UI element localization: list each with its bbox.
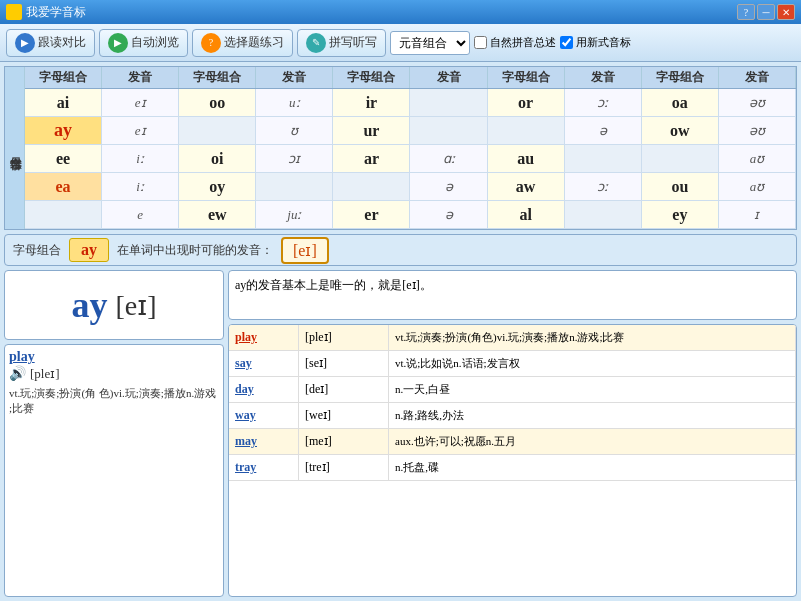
table-row: way[weɪ]n.路;路线,办法 <box>229 403 796 429</box>
app-title: 我爱学音标 <box>26 4 86 21</box>
table-cell[interactable]: er <box>333 201 410 229</box>
table-header: 字母组合 发音 字母组合 发音 字母组合 发音 字母组合 发音 字母组合 发音 <box>25 67 796 89</box>
quiz-button[interactable]: ? 选择题练习 <box>192 29 293 57</box>
checkbox2-label[interactable]: 用新式音标 <box>560 35 631 50</box>
table-cell[interactable]: e <box>102 201 179 229</box>
table-cell[interactable] <box>256 173 333 201</box>
def-cell: n.托盘,碟 <box>389 455 796 480</box>
table-cell[interactable]: or <box>488 89 565 117</box>
table-cell[interactable]: oa <box>642 89 719 117</box>
table-cell[interactable]: oo <box>179 89 256 117</box>
table-cell[interactable]: uː <box>256 89 333 117</box>
table-cell[interactable] <box>179 117 256 145</box>
table-row: day[deɪ]n.一天,白昼 <box>229 377 796 403</box>
table-row: may[meɪ]aux.也许;可以;祝愿n.五月 <box>229 429 796 455</box>
table-cell[interactable]: əʊ <box>719 89 796 117</box>
autobrowse-button[interactable]: ▶ 自动浏览 <box>99 29 188 57</box>
word-link[interactable]: play <box>9 349 219 365</box>
table-cell[interactable] <box>25 201 102 229</box>
def-cell: vt.玩;演奏;扮演(角色)vi.玩;演奏;播放n.游戏;比赛 <box>389 325 796 350</box>
table-cell[interactable]: ɑː <box>410 145 487 173</box>
table-cell[interactable]: ɪ <box>719 201 796 229</box>
minimize-button[interactable]: ─ <box>757 4 775 20</box>
table-cell[interactable]: ʊ <box>256 117 333 145</box>
right-panel: ay的发音基本上是唯一的，就是[eɪ]。 play[pleɪ]vt.玩;演奏;扮… <box>228 270 797 597</box>
description-panel: ay的发音基本上是唯一的，就是[eɪ]。 <box>228 270 797 320</box>
main-content: 元音字母组合 字母组合 发音 字母组合 发音 字母组合 发音 字母组合 发音 字… <box>0 62 801 601</box>
table-cell[interactable]: ir <box>333 89 410 117</box>
table-cell[interactable]: aʊ <box>719 173 796 201</box>
table-cell[interactable]: ɔː <box>565 89 642 117</box>
new-phonetic-checkbox[interactable] <box>560 36 573 49</box>
table-row: tray[treɪ]n.托盘,碟 <box>229 455 796 481</box>
checkbox1-label[interactable]: 自然拼音总述 <box>474 35 556 50</box>
word-phonetic-text: [pleɪ] <box>30 366 60 382</box>
description-text: ay的发音基本上是唯一的，就是[eɪ]。 <box>235 278 432 292</box>
table-cell[interactable]: ey <box>642 201 719 229</box>
word-def: vt.玩;演奏;扮演(角 色)vi.玩;演奏;播放n.游戏 ;比赛 <box>9 386 219 417</box>
word-cell[interactable]: way <box>229 403 299 428</box>
table-cell[interactable]: ɔː <box>565 173 642 201</box>
table-cell[interactable]: aʊ <box>719 145 796 173</box>
table-cell[interactable]: ar <box>333 145 410 173</box>
table-cell[interactable]: juː <box>256 201 333 229</box>
speaker-icon[interactable]: 🔊 <box>9 365 26 382</box>
table-cell[interactable]: əʊ <box>719 117 796 145</box>
phonics-table: 元音字母组合 字母组合 发音 字母组合 发音 字母组合 发音 字母组合 发音 字… <box>4 66 797 230</box>
table-cell[interactable]: oy <box>179 173 256 201</box>
phoneme-bar: 字母组合 ay 在单词中出现时可能的发音： [eɪ] <box>4 234 797 266</box>
phoneme-pronunciation[interactable]: [eɪ] <box>281 237 329 264</box>
word-info: play 🔊 [pleɪ] vt.玩;演奏;扮演(角 色)vi.玩;演奏;播放n… <box>4 344 224 597</box>
followread-label: 跟读对比 <box>38 34 86 51</box>
word-cell[interactable]: day <box>229 377 299 402</box>
word-cell[interactable]: may <box>229 429 299 454</box>
table-cell[interactable]: ur <box>333 117 410 145</box>
table-cell[interactable]: al <box>488 201 565 229</box>
word-table-body: play[pleɪ]vt.玩;演奏;扮演(角色)vi.玩;演奏;播放n.游戏;比… <box>229 325 796 481</box>
header-6: 字母组合 <box>488 67 565 88</box>
quiz-icon: ? <box>201 33 221 53</box>
table-cell[interactable]: eɪ <box>102 89 179 117</box>
followread-button[interactable]: ▶ 跟读对比 <box>6 29 95 57</box>
table-cell[interactable]: ea <box>25 173 102 201</box>
table-cell[interactable]: ə <box>410 173 487 201</box>
table-cell[interactable]: eɪ <box>102 117 179 145</box>
table-cell[interactable]: ɔɪ <box>256 145 333 173</box>
table-cell[interactable]: au <box>488 145 565 173</box>
natural-pinyin-checkbox[interactable] <box>474 36 487 49</box>
left-panel: ay [eɪ] play 🔊 [pleɪ] vt.玩;演奏;扮演(角 色)vi.… <box>4 270 224 597</box>
window-controls: ? ─ ✕ <box>737 4 795 20</box>
table-cell[interactable]: oi <box>179 145 256 173</box>
word-cell[interactable]: play <box>229 325 299 350</box>
table-cell[interactable] <box>565 201 642 229</box>
quiz-label: 选择题练习 <box>224 34 284 51</box>
phoneme-selected[interactable]: ay <box>69 238 109 262</box>
word-big: ay <box>71 284 107 326</box>
dictation-icon: ✎ <box>306 33 326 53</box>
phoneme-bar-label1: 字母组合 <box>13 242 61 259</box>
table-cell[interactable]: ay <box>25 117 102 145</box>
close-button[interactable]: ✕ <box>777 4 795 20</box>
table-cell[interactable]: aw <box>488 173 565 201</box>
table-cell[interactable]: ə <box>410 201 487 229</box>
table-cell[interactable] <box>488 117 565 145</box>
table-cell[interactable]: ai <box>25 89 102 117</box>
table-cell[interactable]: iː <box>102 173 179 201</box>
table-cell[interactable]: ew <box>179 201 256 229</box>
table-cell[interactable]: ow <box>642 117 719 145</box>
table-cell[interactable]: iː <box>102 145 179 173</box>
help-button[interactable]: ? <box>737 4 755 20</box>
table-cell[interactable] <box>410 117 487 145</box>
table-cell[interactable] <box>565 145 642 173</box>
table-cell[interactable] <box>333 173 410 201</box>
dictation-button[interactable]: ✎ 拼写听写 <box>297 29 386 57</box>
mode-select[interactable]: 元音组合 辅音组合 全部 <box>390 31 470 55</box>
table-cell[interactable] <box>642 145 719 173</box>
table-cell[interactable]: ə <box>565 117 642 145</box>
word-cell[interactable]: say <box>229 351 299 376</box>
table-cell[interactable]: ou <box>642 173 719 201</box>
table-cell[interactable] <box>410 89 487 117</box>
table-cell[interactable]: ee <box>25 145 102 173</box>
word-cell[interactable]: tray <box>229 455 299 480</box>
header-5: 发音 <box>410 67 487 88</box>
